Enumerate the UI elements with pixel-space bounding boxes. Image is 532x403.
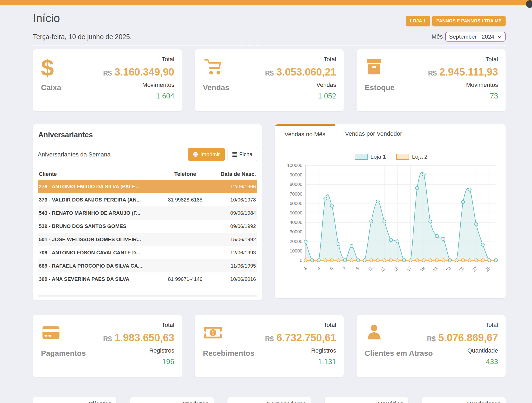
money-bill-icon: 1 — [203, 323, 223, 343]
table-row[interactable]: 539 - BRUNO DOS SANTOS GOMES09/06/1992 — [38, 220, 257, 233]
total-label: Total — [486, 322, 498, 329]
svg-text:0: 0 — [300, 258, 302, 263]
dollar-icon: $ — [41, 57, 54, 79]
table-row[interactable]: 501 - JOSE WELISSON GOMES OLIVEIR...15/0… — [38, 233, 257, 246]
ficha-button[interactable]: Ficha — [227, 148, 257, 161]
cell-nascimento: 10/06/1978 — [216, 197, 256, 203]
aniversariantes-panel: Aniversariantes Aniversariantes da Seman… — [33, 124, 262, 300]
svg-text:3: 3 — [316, 266, 320, 271]
cell-cliente: 669 - RAFAELA PROCOPIO DA SILVA CA... — [39, 263, 155, 269]
avatar[interactable] — [526, 0, 532, 8]
table-row[interactable]: 669 - RAFAELA PROCOPIO DA SILVA CA...11/… — [38, 259, 257, 272]
horizontal-scrollbar[interactable] — [38, 295, 257, 297]
total-label: Total — [324, 56, 336, 63]
tab-vendas-no-mes[interactable]: Vendas no Mês — [275, 124, 336, 143]
top-stat-cards: $ Caixa Total R$ 3.160.349,90 Movimentos… — [33, 49, 506, 111]
svg-text:20000: 20000 — [289, 239, 302, 244]
footer-card-usuarios[interactable]: Usuários — [325, 397, 408, 403]
card-label: Pagamentos — [41, 349, 86, 358]
legend-swatch-loja2 — [396, 154, 409, 160]
cell-nascimento: 15/06/1992 — [216, 237, 256, 243]
svg-text:23: 23 — [445, 266, 452, 272]
month-label: Mês — [431, 33, 443, 40]
cell-cliente: 373 - VALDIR DOS ANJOS PEREIRA (AN... — [39, 197, 155, 203]
footer-card-clientes[interactable]: Clientes — [33, 397, 116, 403]
cell-telefone: 81 99671-4146 — [155, 276, 216, 282]
panel-subtitle: Aniversariantes da Semana — [38, 151, 110, 158]
footer-cards: ClientesProdutosFornecedoresUsuáriosVend… — [33, 397, 506, 403]
cell-cliente: 709 - ANTONIO EDSON CAVALCANTE D... — [39, 250, 155, 256]
cell-nascimento: 12/06/1993 — [216, 250, 256, 256]
card-pagamentos[interactable]: Pagamentos Total R$ 1.983.650,63 Registr… — [33, 315, 182, 377]
svg-text:70000: 70000 — [289, 192, 302, 197]
page-title: Início — [33, 12, 60, 25]
svg-text:27: 27 — [471, 266, 478, 272]
panel-divider — [38, 144, 257, 144]
table-row[interactable]: 709 - ANTONIO EDSON CAVALCANTE D...12/06… — [38, 246, 257, 259]
chevron-down-icon — [498, 35, 502, 38]
total-value: 6.732.750,61 — [276, 332, 336, 344]
card-estoque[interactable]: Estoque Total R$ 2.945.111,93 Movimentos… — [357, 49, 506, 111]
card-vendas[interactable]: Vendas Total R$ 3.053.060,21 Vendas 1.05… — [195, 49, 344, 111]
count-value: 196 — [162, 358, 174, 366]
table-row[interactable]: 309 - ANA SEVERINA PAES DA SILVA81 99671… — [38, 272, 257, 286]
count-label: Movimentos — [142, 81, 174, 88]
footer-card-fornecedores[interactable]: Fornecedores — [227, 397, 311, 403]
total-label: Total — [162, 56, 174, 63]
svg-text:7: 7 — [342, 266, 347, 271]
cell-cliente: 501 - JOSE WELISSON GOMES OLIVEIR... — [39, 237, 155, 243]
cell-nascimento: 09/06/1992 — [216, 223, 256, 229]
table-body: 278 - ANTONIO EMIDIO DA SILVA (PALE...12… — [38, 180, 257, 286]
table-row[interactable]: 373 - VALDIR DOS ANJOS PEREIRA (AN...81 … — [38, 193, 257, 206]
count-label: Registros — [311, 347, 336, 354]
tab-vendas-por-vendedor[interactable]: Vendas por Vendedor — [335, 124, 412, 143]
count-value: 1.131 — [318, 358, 336, 366]
svg-text:50000: 50000 — [289, 210, 302, 216]
total-value: 1.983.650,63 — [115, 332, 174, 344]
currency-symbol: R$ — [103, 69, 112, 77]
table-row[interactable]: 543 - RENATO MARINHO DE ARAUJO (F...09/0… — [38, 206, 257, 220]
total-label: Total — [486, 56, 498, 63]
cell-nascimento: 11/06/1995 — [216, 263, 256, 269]
store-button[interactable]: LOJA 1 — [406, 16, 430, 26]
total-value: 3.160.349,90 — [115, 66, 174, 78]
card-clientes-em-atraso[interactable]: Clientes em Atraso Total R$ 5.076.869,67… — [357, 315, 506, 377]
card-caixa[interactable]: $ Caixa Total R$ 3.160.349,90 Movimentos… — [33, 49, 182, 111]
dashed-divider — [33, 45, 506, 46]
month-select[interactable]: September - 2024 — [445, 32, 506, 42]
svg-text:80000: 80000 — [289, 182, 302, 187]
company-button[interactable]: PANNOS E PANNOS LTDA ME — [432, 16, 506, 26]
cell-telefone: 81 99828-6185 — [155, 197, 216, 203]
count-value: 73 — [490, 92, 498, 100]
total-label: Total — [162, 322, 174, 329]
page-header: Início LOJA 1 PANNOS E PANNOS LTDA ME — [33, 12, 506, 26]
svg-text:21: 21 — [432, 266, 439, 272]
table-row[interactable]: 278 - ANTONIO EMIDIO DA SILVA (PALE...12… — [38, 180, 257, 193]
print-button[interactable]: Imprimir — [188, 148, 225, 161]
count-value: 1.604 — [156, 92, 174, 100]
card-recebimentos[interactable]: 1 Recebimentos Total R$ 6.732.750,61 Reg… — [195, 315, 344, 377]
footer-card-produtos[interactable]: Produtos — [130, 397, 214, 403]
svg-text:11: 11 — [367, 266, 373, 272]
column-cliente: Cliente — [39, 171, 155, 177]
person-icon — [365, 323, 384, 343]
card-label: Clientes em Atraso — [365, 349, 433, 358]
svg-text:9: 9 — [355, 266, 360, 271]
svg-text:29: 29 — [485, 266, 491, 272]
legend-loja2[interactable]: Loja 2 — [396, 153, 427, 160]
card-label: Recebimentos — [203, 349, 254, 358]
column-telefone: Telefone — [155, 171, 216, 177]
birthdays-table: Cliente Telefone Data de Nasc. 278 - ANT… — [38, 168, 257, 286]
svg-text:90000: 90000 — [289, 172, 302, 177]
chart-legend: Loja 1 Loja 2 — [279, 153, 503, 160]
footer-card-vendedores[interactable]: Vendedores — [422, 397, 506, 403]
cell-nascimento: 09/06/1984 — [216, 210, 256, 216]
top-navigation-bar — [0, 0, 532, 5]
sales-chart-svg: 0100002000030000400005000060000700008000… — [279, 162, 504, 286]
total-value: 2.945.111,93 — [439, 66, 498, 78]
svg-text:60000: 60000 — [289, 201, 302, 206]
table-header: Cliente Telefone Data de Nasc. — [38, 168, 257, 180]
legend-loja1[interactable]: Loja 1 — [355, 153, 386, 160]
svg-text:25: 25 — [458, 266, 465, 272]
count-label: Movimentos — [466, 81, 498, 88]
